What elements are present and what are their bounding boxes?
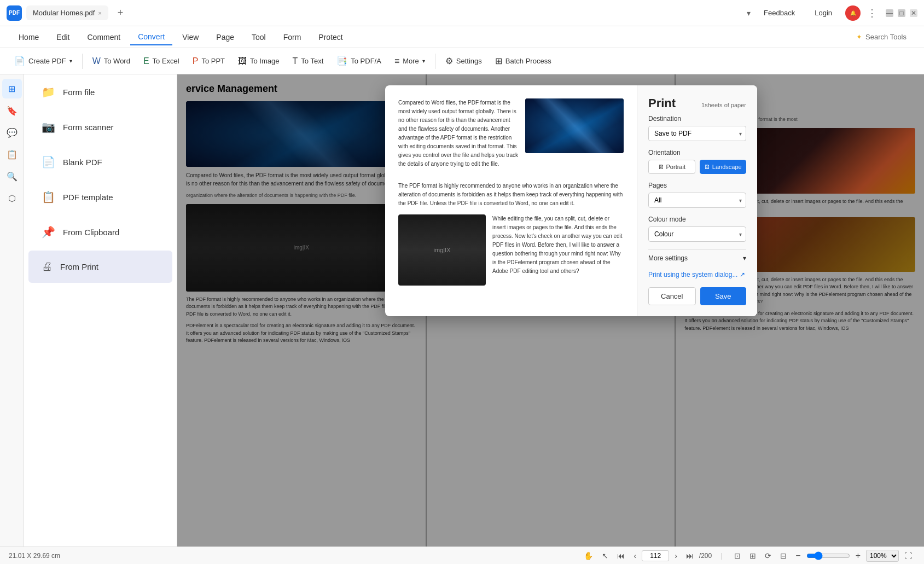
landscape-button[interactable]: 🖺 Landscape [700,160,747,174]
menu-home[interactable]: Home [11,30,47,45]
to-text-button[interactable]: T To Text [287,53,329,69]
to-text-icon: T [293,56,298,66]
panel-item-from-print[interactable]: 🖨 From Print [28,251,172,283]
columns-icon[interactable]: ⊟ [777,550,790,561]
pages-wrapper: All ▾ [648,193,746,208]
create-pdf-dropdown-icon: ▾ [69,58,72,64]
sidebar-icon-panels[interactable]: ⊞ [2,79,22,98]
search-tools[interactable]: ✦ Search Tools [850,31,913,43]
destination-select[interactable]: Save to PDF [648,126,746,141]
page-number-input[interactable] [642,550,669,561]
from-print-label: From Print [60,262,98,271]
login-button[interactable]: Login [808,7,839,19]
to-text-label: To Text [301,57,323,65]
landscape-label: Landscape [712,164,742,170]
zoom-out-icon[interactable]: − [792,550,804,562]
rotate-icon[interactable]: ⟳ [762,550,775,561]
to-excel-button[interactable]: E To Excel [138,53,185,69]
sidebar-icon-search[interactable]: 🔍 [2,166,22,186]
panel-item-pdf-template[interactable]: 📋 PDF template [28,181,172,213]
menu-edit[interactable]: Edit [49,30,77,45]
pdf-template-icon: 📋 [42,190,55,203]
next-page-icon[interactable]: › [671,550,681,561]
sidebar-icon-comments[interactable]: 💬 [2,123,22,142]
titlebar: PDF Modular Homes.pdf × + ▾ Feedback Log… [0,0,924,26]
create-pdf-button[interactable]: 📄 Create PDF ▾ [9,53,78,69]
to-image-button[interactable]: 🖼 To Image [233,53,284,69]
fit-width-icon[interactable]: ⊞ [746,550,759,561]
color-mode-wrapper: Colour ▾ [648,226,746,242]
new-tab-button[interactable]: + [113,5,128,21]
minimize-button[interactable]: — [886,9,893,17]
to-excel-label: To Excel [153,57,179,65]
system-dialog-link[interactable]: Print using the system dialog... ↗ [648,271,746,278]
panel-item-form-file[interactable]: 📁 Form file [28,75,172,108]
more-options-icon[interactable]: ⋮ [867,7,877,19]
sidebar-icon-thumbnails[interactable]: 🔖 [2,101,22,120]
zoom-select[interactable]: 100% 75% 50% 150% 200% [866,550,899,562]
more-dropdown-icon: ▾ [422,58,425,64]
menu-form[interactable]: Form [276,30,309,45]
more-settings-row[interactable]: More settings ▾ [648,249,746,266]
zoom-slider[interactable] [806,551,850,560]
dropdown-icon[interactable]: ▾ [747,9,751,18]
zoom-controls: ⊡ ⊞ ⟳ ⊟ − + 100% 75% 50% 150% 200% ⛶ [731,550,915,562]
print-dialog-buttons: Cancel Save [648,287,746,305]
color-mode-label: Colour mode [648,216,746,223]
last-page-icon[interactable]: ⏭ [683,550,697,561]
avatar: 🔔 [845,5,861,21]
batch-process-button[interactable]: ⊞ Batch Process [490,53,557,69]
close-tab-icon[interactable]: × [98,10,101,16]
search-tools-label: Search Tools [865,33,906,41]
menu-tool[interactable]: Tool [244,30,274,45]
more-settings-arrow: ▾ [743,254,746,262]
panel-item-from-clipboard[interactable]: 📌 From Clipboard [28,216,172,248]
sidebar-icon-tools[interactable]: ⬡ [2,188,22,208]
to-excel-icon: E [143,56,149,66]
cursor-tool-icon[interactable]: ↖ [598,550,612,561]
sidebar-icon-pages[interactable]: 📋 [2,144,22,164]
pages-label: Pages [648,182,746,189]
search-icon: ✦ [856,33,862,41]
menu-comment[interactable]: Comment [79,30,128,45]
first-page-icon[interactable]: ⏮ [614,550,628,561]
menu-convert[interactable]: Convert [130,29,172,45]
to-image-icon: 🖼 [238,56,247,66]
color-mode-select[interactable]: Colour [648,226,746,242]
prev-page-icon[interactable]: ‹ [630,550,640,561]
menu-page[interactable]: Page [208,30,242,45]
tab-title: Modular Homes.pdf [33,9,95,17]
from-clipboard-icon: 📌 [42,225,55,239]
blank-pdf-label: Blank PDF [63,158,102,167]
statusbar: 21.01 X 29.69 cm ✋ ↖ ⏮ ‹ › ⏭ /200 | ⊡ ⊞ … [0,546,924,564]
active-tab[interactable]: Modular Homes.pdf × [26,5,108,20]
from-clipboard-label: From Clipboard [63,228,119,237]
hand-tool-icon[interactable]: ✋ [580,550,596,561]
main-area: ⊞ 🔖 💬 📋 🔍 ⬡ 📁 Form file 📷 Form scanner 📄… [0,74,924,546]
print-dialog: Compared to Word files, the PDF format i… [385,85,757,316]
system-dialog-text: Print using the system dialog... [648,271,737,278]
maximize-button[interactable]: □ [898,9,905,17]
to-word-button[interactable]: W To Word [87,53,136,69]
left-icon-sidebar: ⊞ 🔖 💬 📋 🔍 ⬡ [0,74,24,546]
portrait-button[interactable]: 🖹 Portrait [648,160,695,174]
fullscreen-icon[interactable]: ⛶ [901,550,915,561]
feedback-button[interactable]: Feedback [757,7,801,19]
preview-text-2: The PDF format is highly recommended to … [398,182,624,208]
panel-item-form-scanner[interactable]: 📷 Form scanner [28,111,172,143]
save-button[interactable]: Save [700,287,747,305]
more-label: More [403,57,419,65]
menu-protect[interactable]: Protect [311,30,350,45]
to-pdfa-button[interactable]: 📑 To PDF/A [331,53,387,69]
more-button[interactable]: ≡ More ▾ [389,53,431,69]
menu-view[interactable]: View [175,30,206,45]
panel-item-blank-pdf[interactable]: 📄 Blank PDF [28,146,172,178]
close-button[interactable]: ✕ [910,9,917,17]
settings-button[interactable]: ⚙ Settings [440,53,487,69]
cancel-button[interactable]: Cancel [648,287,696,305]
to-ppt-button[interactable]: P To PPT [187,53,230,69]
pages-select[interactable]: All [648,193,746,208]
fit-page-icon[interactable]: ⊡ [731,550,744,561]
zoom-in-icon[interactable]: + [852,550,864,562]
print-preview: Compared to Word files, the PDF format i… [385,85,637,316]
